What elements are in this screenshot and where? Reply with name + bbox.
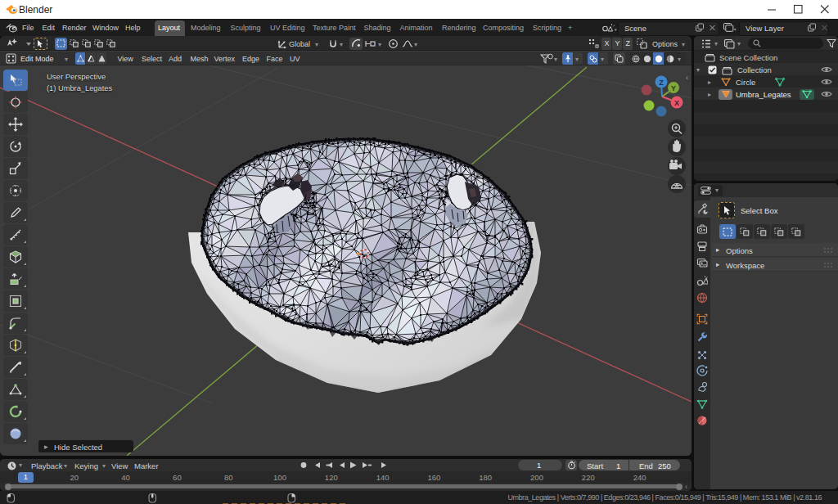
- svg-text:Y: Y: [671, 84, 676, 92]
- svg-text:X: X: [674, 99, 679, 107]
- svg-text:Z: Z: [659, 79, 664, 87]
